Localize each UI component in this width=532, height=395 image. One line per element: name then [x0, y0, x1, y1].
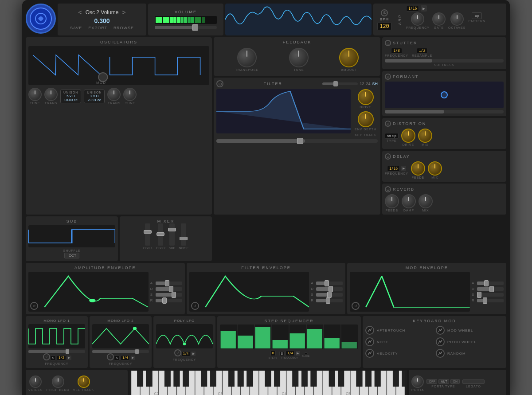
vel-track-knob[interactable]: [78, 375, 90, 388]
save-button[interactable]: SAVE: [70, 26, 82, 30]
mono-lfo1-sync-display[interactable]: S: [50, 356, 56, 360]
filter-env-d-slider[interactable]: [316, 287, 343, 291]
stutter-freq-display[interactable]: 1/8: [391, 48, 402, 54]
filter-slope-slider[interactable]: [322, 82, 358, 85]
osc-trans-knob[interactable]: [44, 88, 58, 101]
delay-mix-knob[interactable]: [428, 161, 442, 176]
mixer-sub-handle[interactable]: [168, 228, 176, 231]
mono-lfo1-step-button[interactable]: ▶: [67, 356, 71, 360]
amp-env-a-slider[interactable]: [156, 282, 182, 285]
prev-preset-button[interactable]: <: [78, 9, 82, 16]
porta-on-button[interactable]: ON: [450, 379, 460, 384]
pitch-wheel-icon[interactable]: [436, 337, 445, 346]
reverb-mix-knob[interactable]: [419, 194, 433, 208]
arp-gate-knob[interactable]: [432, 12, 446, 26]
filter-sh-label[interactable]: SH: [372, 82, 378, 86]
arp-pattern-display[interactable]: up: [472, 12, 482, 19]
osc1-val[interactable]: 5 v H: [63, 94, 78, 98]
mono-lfo2-reset-button[interactable]: ↺: [107, 353, 114, 360]
amp-env-reset-button[interactable]: ↺: [30, 302, 38, 310]
poly-lfo-reset-button[interactable]: ↺: [174, 349, 181, 356]
poly-lfo-step-button[interactable]: ▶: [191, 352, 196, 356]
mixer-osc1-handle[interactable]: [144, 230, 152, 234]
filter-env-a-slider[interactable]: [316, 282, 343, 285]
voices-knob[interactable]: [29, 375, 42, 388]
amp-env-r-slider[interactable]: [156, 299, 182, 302]
reverb-damp-knob[interactable]: [402, 194, 416, 208]
filter-24-label[interactable]: 24: [366, 82, 370, 86]
delay-power-button[interactable]: ⏻: [385, 153, 391, 160]
step-seq-slide-display[interactable]: [304, 352, 308, 354]
feedback-transpose-knob[interactable]: [237, 48, 257, 67]
distortion-drive-knob[interactable]: [401, 129, 415, 143]
osc-tune-knob[interactable]: [28, 88, 42, 101]
osc2-val[interactable]: 1 v H: [87, 94, 102, 98]
volume-slider[interactable]: [155, 26, 217, 29]
mono-lfo1-rate-display[interactable]: 1/2: [57, 355, 66, 360]
bpm-value[interactable]: 120: [377, 22, 391, 30]
stutter-resample-display[interactable]: 1/2: [417, 48, 427, 54]
random-icon[interactable]: [436, 349, 445, 358]
reverb-power-button[interactable]: ⏻: [385, 186, 391, 192]
osc2-val2[interactable]: 23.91 ce: [87, 98, 102, 102]
arp-octaves-knob[interactable]: [450, 12, 464, 26]
formant-slider[interactable]: [385, 110, 504, 113]
formant-dot[interactable]: [441, 91, 448, 98]
mixer-osc2-handle[interactable]: [156, 232, 164, 236]
legato-toggle[interactable]: [462, 379, 485, 384]
feedback-tune-knob[interactable]: [289, 48, 309, 67]
porta-knob[interactable]: [411, 375, 424, 388]
mono-lfo1-reset-button[interactable]: ↺: [43, 353, 50, 360]
osc-trans2-knob[interactable]: [107, 88, 121, 101]
poly-lfo-rate-display[interactable]: 1/4: [181, 351, 191, 356]
mod-env-a-slider[interactable]: [477, 282, 504, 285]
mod-wheel-icon[interactable]: [436, 326, 445, 335]
delay-feedb-knob[interactable]: [411, 161, 425, 176]
distortion-power-button[interactable]: ⏻: [385, 121, 391, 127]
filter-12-label[interactable]: 12: [360, 82, 364, 86]
logo-button[interactable]: [26, 4, 56, 34]
power-button[interactable]: ⏻: [381, 9, 388, 16]
step-seq-steps-display[interactable]: 8: [270, 351, 276, 356]
pitch-bend-knob[interactable]: [52, 375, 64, 388]
note-icon[interactable]: [365, 337, 374, 346]
mod-env-d-slider[interactable]: [477, 287, 504, 291]
porta-off-button[interactable]: OFF: [426, 379, 437, 384]
step-seq-rate-display[interactable]: 1/4: [286, 351, 295, 356]
filter-env-s-slider[interactable]: [316, 293, 343, 297]
amp-env-d-slider[interactable]: [156, 287, 182, 291]
stutter-slider[interactable]: [385, 59, 504, 63]
arp-rate-step[interactable]: ▶: [421, 5, 427, 12]
reverb-feedb-knob[interactable]: [385, 194, 399, 208]
filter-cutoff-slider[interactable]: [216, 139, 378, 143]
filter-env-r-slider[interactable]: [316, 299, 343, 302]
mono-lfo2-slider1[interactable]: [92, 350, 149, 353]
filter-drive-knob[interactable]: [358, 89, 374, 105]
feedback-amount-knob[interactable]: [339, 48, 359, 67]
velocity-icon[interactable]: [365, 349, 374, 358]
distortion-type-display[interactable]: sft clp: [385, 133, 399, 139]
mod-env-r-slider[interactable]: [477, 299, 504, 302]
amp-env-s-slider[interactable]: [156, 293, 182, 297]
browse-button[interactable]: BROWSE: [113, 26, 134, 30]
delay-rate-display[interactable]: 1/16: [387, 166, 400, 172]
mixer-noise-handle[interactable]: [180, 237, 188, 240]
distortion-mix-knob[interactable]: [418, 129, 432, 143]
mono-lfo2-sync-display[interactable]: S: [114, 356, 120, 360]
filter-power-button[interactable]: ⏻: [216, 80, 223, 87]
mono-lfo2-step-button[interactable]: ▶: [131, 356, 135, 360]
step-seq-step-button[interactable]: ▶: [296, 351, 300, 356]
piano-keyboard[interactable]: C2 C3 C4 C5: [129, 370, 407, 395]
sub-oct-display[interactable]: -OCT: [64, 253, 79, 258]
porta-aut-button[interactable]: AUT: [438, 379, 449, 384]
formant-power-button[interactable]: ⏻: [385, 74, 391, 80]
aftertouch-icon[interactable]: [365, 326, 374, 335]
stutter-power-button[interactable]: ⏻: [385, 40, 391, 46]
mono-lfo2-rate-display[interactable]: 1/4: [121, 355, 130, 360]
next-preset-button[interactable]: >: [122, 9, 125, 16]
arp-rate-display[interactable]: 1/16: [406, 6, 419, 12]
filter-env-depth-knob[interactable]: [358, 111, 374, 127]
mono-lfo1-slider1[interactable]: [28, 350, 85, 353]
delay-rate-step[interactable]: ▶: [401, 166, 406, 171]
mod-env-s-slider[interactable]: [477, 293, 504, 297]
